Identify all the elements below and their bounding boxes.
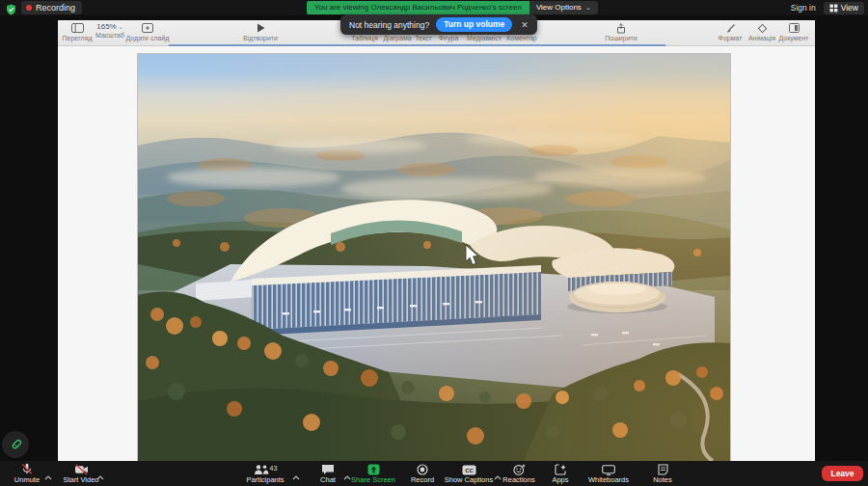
view-button[interactable]: View	[824, 2, 864, 14]
notes-label: Notes	[653, 475, 672, 484]
recording-dot-icon	[26, 5, 32, 11]
toolbar-item-document[interactable]: Документ	[772, 22, 815, 41]
video-options-chevron[interactable]	[96, 467, 104, 484]
chat-button[interactable]: Chat	[312, 463, 343, 484]
slide-image	[138, 54, 730, 461]
chat-bubble-icon	[321, 463, 335, 475]
turn-up-volume-button[interactable]: Turn up volume	[436, 17, 512, 32]
participants-button[interactable]: 43 Participants	[237, 463, 293, 484]
view-panes-icon	[71, 22, 84, 34]
presentation-canvas	[58, 46, 815, 461]
toolbar-label: Відтворити	[243, 35, 278, 41]
zoom-level-value: 165% ⌄	[96, 22, 123, 31]
whiteboards-button[interactable]: Whiteboards	[581, 463, 637, 484]
apps-icon	[555, 463, 566, 475]
toolbar-label: Документ	[778, 35, 808, 41]
apps-button[interactable]: Apps	[546, 463, 575, 484]
mic-muted-icon	[20, 463, 34, 475]
record-icon	[417, 463, 428, 475]
audio-toast: Not hearing anything? Turn up volume ✕	[340, 14, 537, 35]
share-screen-icon	[367, 463, 380, 475]
shared-screen-window: Перегляд 165% ⌄ Масштаб Додати слайд	[58, 20, 815, 461]
add-slide-icon	[142, 22, 153, 34]
participants-count-badge: 43	[270, 465, 278, 472]
recording-label: Recording	[36, 3, 75, 13]
view-button-label: View	[841, 3, 858, 13]
reactions-smiley-icon	[513, 463, 526, 475]
view-options-button[interactable]: View Options ⌄	[529, 1, 598, 14]
whiteboard-icon	[602, 463, 615, 475]
unmute-label: Unmute	[14, 475, 40, 484]
participants-options-chevron[interactable]	[292, 467, 300, 484]
recording-indicator: Recording	[21, 1, 82, 14]
caret-down-icon: ⌄	[585, 1, 591, 14]
zoom-meeting-screen: Recording You are viewing Олександр Васи…	[0, 0, 868, 486]
aerial-terminal-rendering	[138, 54, 730, 461]
toolbar-label: Текст	[415, 35, 432, 41]
toolbar-item-share[interactable]: Поширити	[598, 22, 644, 41]
viewing-banner-group: You are viewing Олександр Васильович Род…	[307, 1, 598, 14]
toolbar-item-play[interactable]: Відтворити	[236, 22, 285, 41]
toolbar-label: Фігура	[439, 35, 459, 41]
whiteboards-label: Whiteboards	[588, 475, 629, 484]
unmute-options-chevron[interactable]	[44, 467, 52, 484]
share-screen-label: Share Screen	[351, 475, 395, 484]
reactions-button[interactable]: Reactions	[498, 463, 540, 484]
annotation-pencil-button[interactable]	[2, 431, 29, 458]
zoom-percentage: 165%	[96, 22, 116, 31]
close-icon[interactable]: ✕	[519, 20, 529, 30]
toolbar-label: Таблиця	[351, 35, 377, 41]
topbar-right: Sign in View	[791, 1, 864, 14]
viewing-banner: You are viewing Олександр Васильович Род…	[307, 1, 529, 14]
security-shield-icon[interactable]	[6, 2, 16, 19]
toolbar-label: Додати слайд	[126, 35, 170, 41]
toast-message: Not hearing anything?	[349, 20, 429, 30]
grid-view-icon	[829, 4, 838, 13]
share-export-icon	[616, 22, 626, 34]
toolbar-label: Медіавміст	[467, 35, 502, 41]
record-label: Record	[411, 475, 434, 484]
meeting-controls-bar: Unmute Start Video 43 Participants	[0, 461, 868, 486]
toolbar-label: Поширити	[605, 35, 637, 41]
document-icon	[789, 22, 800, 34]
share-screen-button[interactable]: Share Screen	[345, 463, 401, 484]
captions-label: Show Captions	[445, 475, 493, 484]
meeting-topbar: Recording You are viewing Олександр Васи…	[0, 0, 868, 15]
toolbar-label: Коментар	[506, 35, 536, 41]
toolbar-item-view[interactable]: Перегляд	[60, 22, 95, 41]
notes-button[interactable]: Notes	[646, 463, 679, 484]
animate-diamond-icon	[757, 22, 768, 34]
sign-in-button[interactable]: Sign in	[791, 3, 816, 13]
reactions-label: Reactions	[502, 475, 534, 484]
toolbar-item-add-slide[interactable]: Додати слайд	[122, 22, 174, 41]
toolbar-label: Перегляд	[62, 35, 92, 41]
camera-off-icon	[74, 463, 89, 475]
svg-text:CC: CC	[465, 468, 474, 473]
format-brush-icon	[725, 22, 736, 34]
chat-label: Chat	[320, 475, 336, 484]
pencil-icon	[10, 439, 22, 451]
start-video-label: Start Video	[64, 475, 99, 484]
record-button[interactable]: Record	[403, 463, 442, 484]
participants-icon: 43	[254, 463, 278, 475]
view-options-label: View Options	[536, 1, 582, 14]
show-captions-button[interactable]: CC Show Captions	[442, 463, 496, 484]
participants-label: Participants	[246, 475, 284, 484]
toolbar-label: Масштаб	[95, 32, 124, 39]
play-icon	[257, 22, 265, 34]
unmute-button[interactable]: Unmute	[8, 463, 46, 484]
apps-label: Apps	[552, 475, 568, 484]
toolbar-label: Формат	[719, 35, 743, 41]
notes-icon	[658, 463, 668, 475]
leave-button[interactable]: Leave	[822, 466, 863, 481]
captions-icon: CC	[462, 463, 476, 475]
